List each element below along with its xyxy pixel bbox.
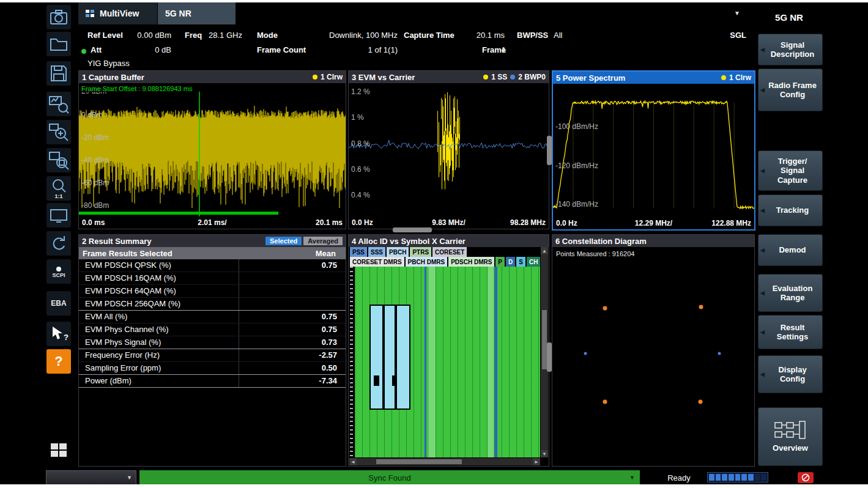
x-tick-label: 0.0 Hz [556, 219, 577, 227]
softkey-overview[interactable]: Overview [758, 407, 823, 466]
window-select-dropdown[interactable]: ▼ [46, 470, 136, 484]
alloc-ssb-block [369, 305, 410, 410]
help-label: ? [54, 353, 62, 369]
analyzer-app: 1:1 SCPI EBA ? ? MultiView 5G NR ▼ Ref L… [0, 2, 868, 484]
help-icon[interactable]: ? [46, 349, 71, 374]
evm-xaxis: 0.0 Hz 9.83 MHz/ 98.28 MHz [349, 216, 549, 229]
error-indicator-icon[interactable] [798, 472, 814, 483]
open-folder-icon[interactable] [46, 32, 71, 56]
trace1-dot-icon [313, 75, 317, 79]
sync-caret-icon: ▼ [629, 475, 635, 481]
alloc-light-column [488, 267, 494, 457]
zoom-one-to-one-icon[interactable]: 1:1 [46, 176, 71, 201]
alloc-resource-grid[interactable] [355, 267, 540, 457]
splitter-handle[interactable] [393, 227, 432, 232]
softkey-display-config[interactable]: ◀Display Config [758, 355, 823, 393]
y-tick-label: 1.2 % [351, 87, 370, 96]
constellation-point [718, 352, 721, 355]
bwpss-value[interactable]: All [554, 31, 562, 40]
panel-constellation[interactable]: 6 Constellation Diagram Points Measured … [552, 234, 755, 467]
scroll-down-icon[interactable]: ▼ [541, 450, 548, 457]
tab-5gnr[interactable]: 5G NR [158, 2, 236, 24]
panel-result-summary[interactable]: 2 Result Summary Selected Averaged Frame… [78, 234, 346, 467]
softkey-trigger-signal-capture[interactable]: ◀Trigger/ Signal Capture [758, 150, 823, 191]
panel-evm-titlebar[interactable]: 3 EVM vs Carrier 1 SS 2 BWP0 [349, 71, 549, 83]
panel-summary-titlebar[interactable]: 2 Result Summary Selected Averaged [79, 235, 346, 247]
zoom-in-icon[interactable] [46, 120, 71, 144]
tab-list-caret-icon[interactable]: ▼ [734, 10, 740, 17]
sweep-mode-icon[interactable] [46, 231, 71, 256]
scroll-left-icon[interactable]: ◄ [349, 458, 357, 465]
splitter-handle[interactable] [547, 342, 552, 372]
table-row: EVM Phys Signal (%)0.73 [79, 336, 346, 349]
softkey-result-settings[interactable]: ◀Result Settings [758, 315, 823, 349]
power-xaxis: 0.0 Hz 12.29 MHz/ 122.88 MHz [553, 217, 754, 229]
multiview-grid-icon [86, 10, 95, 18]
constellation-point [603, 306, 607, 310]
panel-constellation-titlebar[interactable]: 6 Constellation Diagram [552, 235, 754, 247]
softkey-radio-frame-config[interactable]: ◀Radio Frame Config [758, 68, 823, 111]
tab-averaged[interactable]: Averaged [303, 237, 343, 245]
att-status-led [81, 49, 86, 54]
panel-power-title: 5 Power Spectrum [556, 73, 625, 83]
capture-trace [79, 83, 346, 216]
constellation-plot[interactable] [552, 247, 754, 465]
ready-indicator: Ready [659, 470, 699, 484]
capture-time-value[interactable]: 20.1 ms [456, 31, 505, 40]
display-icon[interactable] [46, 203, 71, 227]
scpi-icon[interactable]: SCPI [46, 259, 71, 284]
status-bar: ▼ Sync Found ▼ Ready [0, 470, 868, 484]
summary-col-mean: Mean [316, 249, 342, 258]
y-tick-label: 0 dBm [81, 111, 103, 119]
softkey-demod[interactable]: ◀Demod [758, 234, 823, 266]
freq-value[interactable]: 28.1 GHz [209, 31, 242, 40]
capture-plot[interactable]: Frame Start Offset : 9.088126943 ms 20 d… [79, 83, 346, 216]
frame-count-value[interactable]: 1 of 1(1) [330, 45, 398, 54]
ref-level-value[interactable]: 0.00 dBm [110, 31, 171, 40]
windows-icon[interactable] [46, 438, 71, 462]
save-icon[interactable] [46, 61, 71, 86]
overview-diagram-icon [774, 420, 807, 440]
legend-chip: S [516, 257, 525, 267]
context-help-icon[interactable]: ? [46, 322, 71, 346]
evm-plot[interactable]: 1.2 % 1 % 0.8 % 0.6 % 0.4 % [349, 83, 549, 216]
scroll-up-icon[interactable]: ▲ [541, 247, 548, 254]
panel-power-titlebar[interactable]: 5 Power Spectrum 1 Clrw [553, 72, 754, 84]
x-tick-label: 2.01 ms/ [198, 218, 226, 227]
panel-evm-title: 3 EVM vs Carrier [352, 73, 415, 82]
softkey-tracking[interactable]: ◀Tracking [758, 194, 823, 226]
constellation-point [584, 352, 587, 355]
att-value[interactable]: 0 dB [110, 45, 171, 54]
scroll-right-icon[interactable]: ► [533, 458, 540, 465]
zoom-selection-icon[interactable] [46, 148, 71, 172]
screenshot-icon[interactable] [46, 5, 71, 29]
tab-selected[interactable]: Selected [265, 237, 302, 245]
x-tick-label: 122.88 MHz [711, 219, 751, 227]
x-tick-label: 20.1 ms [316, 218, 343, 227]
zoom-graph-icon[interactable] [46, 92, 71, 116]
sync-status-dropdown[interactable]: Sync Found ▼ [139, 470, 640, 484]
panel-alloc-id[interactable]: 4 Alloc ID vs Symbol X Carrier PSS SSS P… [348, 234, 549, 467]
panel-evm-vs-carrier[interactable]: 3 EVM vs Carrier 1 SS 2 BWP0 1.2 % 1 % 0… [348, 70, 549, 229]
splitter-handle[interactable] [547, 136, 552, 165]
alloc-y-ticks [350, 267, 353, 457]
panel-alloc-titlebar[interactable]: 4 Alloc ID vs Symbol X Carrier [349, 235, 549, 247]
points-measured: Points Measured : 916204 [556, 250, 634, 257]
softkey-evaluation-range[interactable]: ◀Evaluation Range [758, 274, 823, 312]
scrollbar-thumb[interactable] [376, 459, 462, 464]
power-plot[interactable]: -100 dBm/Hz -120 dBm/Hz -140 dBm/Hz [553, 84, 754, 217]
panel-capture-buffer[interactable]: 1 Capture Buffer 1 Clrw Frame Start Offs… [78, 70, 346, 229]
mode-value[interactable]: Downlink, 100 MHz [309, 31, 398, 40]
panel-power-spectrum[interactable]: 5 Power Spectrum 1 Clrw -100 dBm/Hz -120… [552, 70, 755, 231]
scrollbar-thumb[interactable] [542, 310, 547, 369]
tab-multiview[interactable]: MultiView [78, 2, 157, 24]
frame-value[interactable]: 1 [486, 45, 506, 54]
alloc-horizontal-scrollbar[interactable]: ◄ ► [349, 458, 540, 465]
eba-icon[interactable]: EBA [46, 291, 71, 316]
legend-chip: D [506, 257, 515, 267]
x-tick-label: 9.83 MHz/ [432, 218, 466, 227]
alloc-light-column [428, 267, 436, 457]
panel-capture-titlebar[interactable]: 1 Capture Buffer 1 Clrw [79, 71, 346, 83]
softkey-signal-description[interactable]: ◀Signal Description [758, 34, 823, 65]
table-row: EVM PDSCH QPSK (%)0.75 [79, 259, 346, 272]
